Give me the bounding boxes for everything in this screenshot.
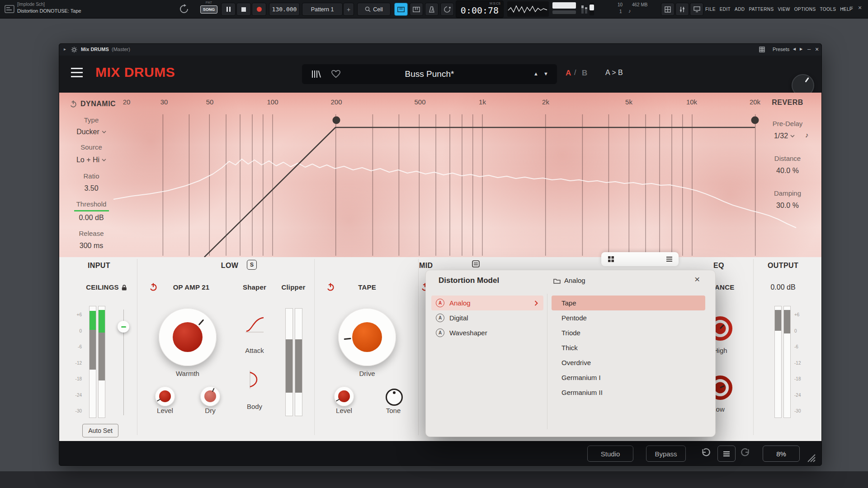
typing-keyboard-button[interactable] bbox=[394, 3, 408, 16]
menu-options[interactable]: OPTIONS bbox=[794, 7, 816, 12]
attack-curve-icon[interactable] bbox=[244, 313, 265, 335]
threshold-value[interactable]: 0.00 dB bbox=[79, 214, 104, 222]
redo-icon[interactable] bbox=[740, 447, 751, 458]
sync-icon[interactable] bbox=[179, 4, 189, 14]
plugin-titlebar[interactable]: ▸ Mix DRUMS (Master) Presets ◀ ▶ – × bbox=[59, 44, 821, 56]
window-minimize-button[interactable]: – bbox=[842, 5, 845, 11]
predelay-dropdown[interactable]: 1/32 bbox=[774, 132, 795, 140]
oscilloscope[interactable] bbox=[507, 1, 549, 17]
menu-add[interactable]: ADD bbox=[735, 7, 745, 12]
metronome-button[interactable] bbox=[425, 3, 439, 16]
low-solo-button[interactable]: S bbox=[247, 260, 257, 270]
eq-node-20khz[interactable] bbox=[751, 117, 759, 124]
type-dropdown[interactable]: Ducker bbox=[76, 128, 106, 136]
model-item-pentode[interactable]: Pentode bbox=[552, 310, 705, 325]
distance-value[interactable]: 40.0 % bbox=[776, 167, 799, 175]
ab-slot-a[interactable]: A bbox=[566, 69, 571, 78]
model-category-digital[interactable]: A Digital bbox=[431, 310, 543, 325]
release-value[interactable]: 300 ms bbox=[80, 242, 103, 250]
stop-button[interactable] bbox=[236, 3, 251, 16]
preset-up-icon[interactable]: ▲ bbox=[533, 71, 538, 76]
eq-display[interactable]: DYNAMIC 20 30 50 100 200 500 1k 2k 5k 10… bbox=[59, 93, 821, 257]
tempo-display[interactable]: 130.000 bbox=[269, 3, 300, 16]
ratio-value[interactable]: 3.50 bbox=[84, 184, 98, 192]
bypass-button[interactable]: Bypass bbox=[646, 446, 686, 462]
preset-name[interactable]: Buss Punch* bbox=[302, 64, 557, 84]
wait-for-input-button[interactable] bbox=[440, 3, 454, 16]
auto-set-button[interactable]: Auto Set bbox=[82, 424, 118, 437]
popup-close-icon[interactable]: × bbox=[694, 274, 700, 285]
hamburger-menu-icon[interactable] bbox=[71, 68, 83, 77]
opamp-dry-knob[interactable] bbox=[200, 386, 220, 406]
ceiling-slider-handle[interactable] bbox=[118, 321, 129, 333]
undo-icon[interactable] bbox=[700, 447, 711, 458]
time-display-panel[interactable]: M:S:CS 0:00:78 bbox=[456, 0, 504, 18]
pat-song-toggle[interactable]: PAT SONG bbox=[199, 0, 219, 14]
resize-handle[interactable] bbox=[806, 453, 817, 463]
expand-caret-icon[interactable]: ▸ bbox=[64, 47, 66, 52]
window-close-button[interactable]: × bbox=[858, 4, 862, 11]
menu-view[interactable]: VIEW bbox=[778, 7, 790, 12]
model-item-thick[interactable]: Thick bbox=[552, 340, 705, 355]
song-mode-button[interactable]: SONG bbox=[200, 5, 217, 14]
menu-file[interactable]: FILE bbox=[705, 7, 716, 12]
tape-power-icon[interactable] bbox=[326, 282, 335, 291]
mixer-button[interactable] bbox=[675, 3, 689, 16]
master-volume-slider[interactable] bbox=[590, 3, 594, 15]
pattern-selector[interactable]: Pattern 1 bbox=[302, 3, 343, 16]
ab-slot-b[interactable]: B bbox=[582, 69, 587, 78]
model-item-overdrive[interactable]: Overdrive bbox=[552, 355, 705, 370]
gear-icon[interactable] bbox=[71, 47, 77, 53]
menu-edit[interactable]: EDIT bbox=[720, 7, 731, 12]
lock-icon[interactable] bbox=[122, 284, 127, 291]
pause-button[interactable] bbox=[221, 3, 236, 16]
playlist-button[interactable] bbox=[661, 3, 675, 16]
studio-quality-button[interactable]: Studio bbox=[587, 446, 633, 462]
model-item-tape[interactable]: Tape bbox=[552, 296, 705, 310]
damping-value[interactable]: 30.0 % bbox=[776, 202, 799, 210]
midi-keyboard-button[interactable] bbox=[410, 3, 423, 16]
warmth-knob[interactable] bbox=[159, 308, 217, 366]
cell-selector[interactable]: Cell bbox=[357, 3, 391, 16]
plugin-close-button[interactable]: × bbox=[815, 46, 819, 53]
playlist-scroll-thumb[interactable] bbox=[552, 2, 576, 9]
pat-label[interactable]: PAT bbox=[199, 0, 219, 5]
model-item-germanium-1[interactable]: Germanium I bbox=[552, 370, 705, 385]
tape-tone-knob[interactable] bbox=[386, 389, 403, 406]
power-icon[interactable] bbox=[69, 100, 77, 108]
mid-section-icon[interactable] bbox=[472, 260, 480, 267]
opamp-power-icon[interactable] bbox=[149, 282, 158, 291]
model-category-waveshaper[interactable]: A Waveshaper bbox=[431, 325, 543, 340]
drive-knob[interactable] bbox=[338, 308, 396, 366]
ab-copy-button[interactable]: A > B bbox=[605, 69, 623, 77]
fl-logo-icon[interactable] bbox=[4, 3, 15, 15]
presets-label[interactable]: Presets bbox=[773, 47, 789, 52]
channel-rack-button[interactable] bbox=[690, 3, 703, 16]
menu-patterns[interactable]: PATTERNS bbox=[749, 7, 774, 12]
menu-tools[interactable]: TOOLS bbox=[820, 7, 836, 12]
eq-graph[interactable] bbox=[59, 93, 821, 257]
model-category-analog[interactable]: A Analog bbox=[431, 296, 543, 310]
record-button[interactable] bbox=[252, 3, 266, 16]
preset-down-icon[interactable]: ▼ bbox=[543, 71, 548, 76]
add-pattern-button[interactable]: + bbox=[343, 3, 354, 16]
window-maximize-button[interactable]: □ bbox=[850, 5, 853, 10]
zoom-level-button[interactable]: 8% bbox=[763, 446, 800, 462]
plugin-minimize-button[interactable]: – bbox=[807, 46, 811, 52]
model-item-germanium-2[interactable]: Germanium II bbox=[552, 385, 705, 400]
body-curve-icon[interactable] bbox=[244, 369, 265, 390]
presets-grid-icon[interactable] bbox=[759, 47, 765, 52]
preset-prev-icon[interactable]: ◀ bbox=[793, 47, 796, 51]
playlist-scroll-track[interactable] bbox=[552, 10, 576, 14]
popup-breadcrumb[interactable]: Analog bbox=[564, 277, 585, 284]
sync-note-icon[interactable]: ♪ bbox=[805, 131, 809, 139]
source-dropdown[interactable]: Lo + Hi bbox=[76, 156, 106, 164]
threshold-slider[interactable] bbox=[74, 210, 109, 211]
footer-menu-button[interactable] bbox=[717, 446, 736, 462]
band-tab[interactable] bbox=[601, 252, 679, 266]
preset-next-icon[interactable]: ▶ bbox=[800, 47, 802, 51]
slider-handle[interactable] bbox=[590, 5, 594, 10]
tape-level-knob[interactable] bbox=[334, 386, 354, 406]
opamp-level-knob[interactable] bbox=[155, 386, 175, 406]
model-item-triode[interactable]: Triode bbox=[552, 325, 705, 340]
